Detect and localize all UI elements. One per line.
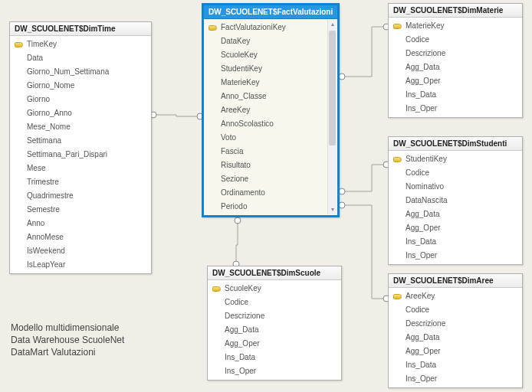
column-icon — [13, 192, 24, 200]
table-column[interactable]: Sezione — [204, 172, 327, 186]
table-column[interactable]: Agg_Data — [389, 207, 522, 221]
scroll-thumb[interactable] — [329, 31, 336, 145]
table-column[interactable]: Agg_Data — [208, 323, 341, 337]
column-icon — [207, 79, 218, 87]
column-name: Anno_Classe — [221, 91, 322, 102]
table-column[interactable]: ScuoleKey — [204, 48, 327, 62]
scroll-up-icon[interactable]: ▴ — [328, 20, 337, 29]
table-column[interactable]: Quadrimestre — [10, 189, 151, 203]
table-column[interactable]: Agg_Data — [389, 60, 522, 74]
table-header: DW_SCUOLENET$FactValutazioni — [204, 5, 337, 19]
table-column[interactable]: Giorno_Nome — [10, 79, 151, 93]
table-column[interactable]: MaterieKey — [389, 19, 522, 33]
table-column[interactable]: Giorno — [10, 93, 151, 106]
table-column[interactable]: IsLeapYear — [10, 258, 151, 272]
table-column[interactable]: Fascia — [204, 145, 327, 158]
table-column[interactable]: DataNascita — [389, 194, 522, 207]
table-column[interactable]: Descrizione — [389, 47, 522, 60]
table-column[interactable]: Agg_Oper — [208, 337, 341, 351]
table-column[interactable]: Ins_Oper — [208, 364, 341, 378]
table-column[interactable]: Semestre — [10, 203, 151, 217]
column-name: Giorno_Nome — [27, 80, 146, 91]
table-column[interactable]: Giorno_Num_Settimana — [10, 65, 151, 79]
column-name: ScuoleKey — [225, 283, 337, 294]
table-column[interactable]: Nominativo — [389, 180, 522, 194]
table-column[interactable]: Settimana — [10, 134, 151, 148]
table-dimmaterie[interactable]: DW_SCUOLENET$DimMaterie MaterieKeyCodice… — [388, 3, 523, 118]
table-column[interactable]: Ins_Data — [389, 235, 522, 249]
column-name: Mese_Nome — [27, 122, 146, 132]
column-name: Ins_Oper — [406, 250, 517, 261]
table-body: ScuoleKeyCodiceDescrizioneAgg_DataAgg_Op… — [208, 280, 341, 380]
table-column[interactable]: Ins_Data — [389, 88, 522, 102]
table-column[interactable]: Ins_Data — [389, 358, 522, 372]
table-column[interactable]: Codice — [389, 303, 522, 317]
table-column[interactable]: AnnoMese — [10, 230, 151, 244]
column-name: Agg_Oper — [406, 346, 517, 357]
table-column[interactable]: IsWeekend — [10, 244, 151, 258]
table-column[interactable]: Agg_Oper — [389, 74, 522, 88]
column-icon — [392, 169, 402, 177]
table-column[interactable]: Anno_Classe — [204, 90, 327, 103]
table-column[interactable]: ScuoleKey — [208, 282, 341, 296]
table-column[interactable]: Anno — [10, 217, 151, 230]
table-column[interactable]: AreeKey — [204, 103, 327, 117]
table-column[interactable]: Codice — [208, 296, 341, 309]
column-name: Ins_Data — [225, 352, 337, 363]
table-column[interactable]: MaterieKey — [204, 76, 327, 90]
scroll-down-icon[interactable]: ▾ — [328, 205, 337, 214]
column-name: AnnoMese — [27, 232, 146, 243]
table-column[interactable]: Settimana_Pari_Dispari — [10, 148, 151, 162]
caption-line: Data Warehouse ScuoleNet — [11, 334, 124, 346]
column-name: Trimestre — [27, 177, 146, 188]
table-column[interactable]: Agg_Oper — [389, 221, 522, 235]
table-column[interactable]: Ins_Data — [208, 351, 341, 364]
table-column[interactable]: Codice — [389, 33, 522, 47]
column-icon — [207, 203, 218, 211]
table-column[interactable]: Codice — [389, 166, 522, 180]
table-column[interactable]: Descrizione — [208, 309, 341, 323]
table-column[interactable]: Risultato — [204, 158, 327, 172]
table-header: DW_SCUOLENET$DimMaterie — [389, 4, 522, 18]
table-column[interactable]: Mese — [10, 162, 151, 175]
table-column[interactable]: StudentiKey — [389, 152, 522, 166]
table-dimscuole[interactable]: DW_SCUOLENET$DimScuole ScuoleKeyCodiceDe… — [207, 266, 342, 381]
table-dimtime[interactable]: DW_SCUOLENET$DimTime TimeKeyDataGiorno_N… — [9, 21, 152, 274]
table-column[interactable]: DataKey — [204, 34, 327, 48]
column-name: Nominativo — [406, 181, 517, 192]
table-column[interactable]: Giorno_Anno — [10, 106, 151, 120]
table-column[interactable]: Trimestre — [10, 175, 151, 189]
column-name: DataNascita — [406, 195, 517, 206]
table-column[interactable]: Agg_Data — [389, 331, 522, 345]
table-header: DW_SCUOLENET$DimTime — [10, 22, 151, 36]
column-name: Ins_Data — [406, 237, 517, 247]
table-dimstudenti[interactable]: DW_SCUOLENET$DimStudenti StudentiKeyCodi… — [388, 136, 523, 265]
table-column[interactable]: Ins_Oper — [389, 102, 522, 116]
table-column[interactable]: StudentiKey — [204, 62, 327, 76]
primary-key-icon — [392, 155, 402, 163]
column-name: IsWeekend — [27, 246, 146, 256]
column-name: Agg_Data — [406, 62, 517, 73]
table-column[interactable]: Mese_Nome — [10, 120, 151, 134]
table-factvalutazioni[interactable]: DW_SCUOLENET$FactValutazioni FactValutaz… — [202, 3, 340, 217]
table-column[interactable]: Periodo — [204, 200, 327, 214]
table-column[interactable]: Data — [10, 51, 151, 65]
table-column[interactable]: Ins_Oper — [389, 372, 522, 386]
table-column[interactable]: AreeKey — [389, 289, 522, 303]
column-icon — [207, 106, 218, 114]
table-column[interactable]: TimeKey — [10, 38, 151, 51]
column-name: IsLeapYear — [27, 260, 146, 270]
table-column[interactable]: FactValutazioniKey — [204, 21, 327, 34]
column-name: Agg_Oper — [406, 76, 517, 87]
column-name: DataKey — [221, 36, 322, 47]
scrollbar[interactable]: ▴ ▾ — [327, 20, 337, 214]
table-dimaree[interactable]: DW_SCUOLENET$DimAree AreeKeyCodiceDescri… — [388, 273, 523, 388]
column-icon — [392, 211, 402, 218]
table-column[interactable]: Ins_Oper — [389, 249, 522, 263]
table-column[interactable]: Descrizione — [389, 317, 522, 331]
table-column[interactable]: Voto — [204, 131, 327, 145]
column-icon — [392, 77, 402, 85]
table-column[interactable]: AnnoScolastico — [204, 117, 327, 131]
table-column[interactable]: Ordinamento — [204, 186, 327, 200]
table-column[interactable]: Agg_Oper — [389, 345, 522, 358]
